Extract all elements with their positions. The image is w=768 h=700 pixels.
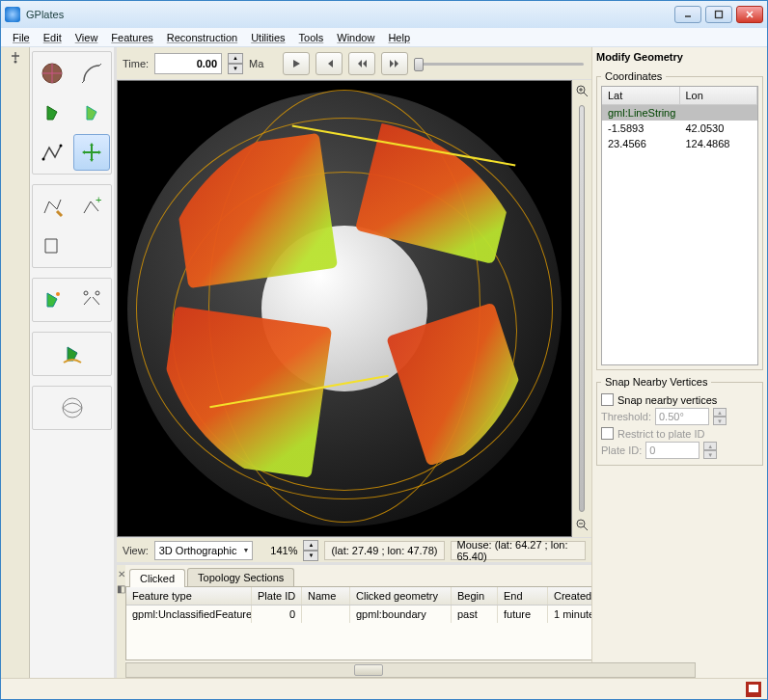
zoom-spinner[interactable]: ▲▼ <box>303 540 318 561</box>
zoom-out-button[interactable] <box>575 518 589 533</box>
pin-icon[interactable] <box>9 51 22 65</box>
threshold-input <box>655 408 709 425</box>
time-slider[interactable] <box>414 55 586 72</box>
projection-select[interactable]: 3D Orthographic <box>154 541 254 560</box>
modify-geometry-panel: Modify Geometry Coordinates Lat Lon gml:… <box>591 47 767 678</box>
coord-row[interactable]: 23.4566 124.4868 <box>602 136 757 151</box>
col-clicked-geom[interactable]: Clicked geometry <box>350 587 452 605</box>
step-forward-button[interactable] <box>381 52 408 75</box>
time-label: Time: <box>123 58 149 69</box>
tool-select-feature[interactable] <box>34 94 70 131</box>
view-label: View: <box>123 545 149 556</box>
play-button[interactable] <box>283 52 310 75</box>
col-plate-id[interactable]: Plate ID <box>252 587 302 605</box>
snap-checkbox[interactable] <box>601 393 614 406</box>
time-spinner[interactable]: ▲▼ <box>228 53 243 74</box>
app-window: GPlates File Edit View Features Reconstr… <box>0 0 768 700</box>
view-statusbar: View: 3D Orthographic 141% ▲▼ (lat: 27.4… <box>117 537 591 562</box>
svg-point-9 <box>96 291 99 295</box>
coordinates-legend: Coordinates <box>601 70 666 82</box>
col-name[interactable]: Name <box>302 587 350 605</box>
menu-window[interactable]: Window <box>331 30 380 45</box>
plateid-label: Plate ID: <box>601 444 642 456</box>
tool-select-feature-alt[interactable] <box>73 94 110 131</box>
threshold-label: Threshold: <box>601 411 651 422</box>
left-rail <box>1 47 30 678</box>
globe-canvas[interactable] <box>117 80 572 537</box>
panel-title: Modify Geometry <box>596 51 763 63</box>
footer <box>1 678 767 699</box>
coordinates-fieldset: Coordinates Lat Lon gml:LineString -1.58… <box>596 70 763 370</box>
position-readout: (lat: 27.49 ; lon: 47.78) <box>324 541 444 560</box>
feature-dock: ✕ ◧ Clicked Topology Sections Feature ty… <box>117 562 591 678</box>
col-feature-type[interactable]: Feature type <box>126 587 252 605</box>
svg-text:+: + <box>96 194 101 205</box>
menu-tools[interactable]: Tools <box>293 30 330 45</box>
menu-edit[interactable]: Edit <box>38 30 68 45</box>
menu-features[interactable]: Features <box>105 30 158 45</box>
tool-delete-vertex[interactable] <box>34 228 70 264</box>
menubar: File Edit View Features Reconstruction U… <box>1 28 767 47</box>
zoom-value: 141% <box>259 545 297 556</box>
tool-insert-vertex[interactable]: + <box>73 188 110 225</box>
unsaved-changes-icon[interactable] <box>746 682 761 697</box>
tool-edit-geometry[interactable] <box>34 188 70 225</box>
zoom-in-button[interactable] <box>575 84 589 99</box>
menu-view[interactable]: View <box>69 30 104 45</box>
coordinates-table[interactable]: Lat Lon gml:LineString -1.5893 42.0530 2… <box>601 86 758 365</box>
col-end[interactable]: End <box>498 587 548 605</box>
tool-split-feature[interactable] <box>73 282 110 318</box>
tool-measure[interactable] <box>73 55 110 92</box>
app-icon <box>5 7 20 22</box>
restrict-checkbox <box>601 427 614 440</box>
rewind-start-button[interactable] <box>315 52 343 75</box>
time-toolbar: Time: ▲▼ Ma <box>117 47 591 80</box>
svg-point-4 <box>42 158 45 161</box>
time-unit: Ma <box>249 58 263 69</box>
zoom-slider[interactable] <box>579 105 585 512</box>
time-input[interactable] <box>154 53 222 74</box>
close-button[interactable] <box>736 6 763 23</box>
snap-label: Snap nearby vertices <box>617 394 717 406</box>
canvas-zoom-bar <box>572 80 591 537</box>
menu-reconstruction[interactable]: Reconstruction <box>161 30 243 45</box>
tool-move-vertex[interactable] <box>73 134 110 171</box>
threshold-spinner: ▲▼ <box>713 408 727 425</box>
menu-utilities[interactable]: Utilities <box>245 30 290 45</box>
snap-fieldset: Snap Nearby Vertices Snap nearby vertice… <box>596 376 763 466</box>
svg-point-10 <box>63 398 82 417</box>
svg-rect-1 <box>716 12 723 18</box>
dock-close-icon[interactable]: ✕ <box>118 569 125 579</box>
col-begin[interactable]: Begin <box>452 587 498 605</box>
restrict-label: Restrict to plate ID <box>617 428 704 440</box>
dock-pin-icon[interactable]: ◧ <box>117 583 125 594</box>
plateid-spinner: ▲▼ <box>703 442 717 459</box>
col-lat[interactable]: Lat <box>602 87 680 104</box>
snap-legend: Snap Nearby Vertices <box>601 376 711 388</box>
geom-type-row[interactable]: gml:LineString <box>602 105 757 121</box>
mouse-readout: Mouse: (lat: 64.27 ; lon: 65.40) <box>451 541 587 560</box>
svg-point-7 <box>56 292 60 296</box>
tab-clicked[interactable]: Clicked <box>129 569 185 587</box>
tool-drag-globe[interactable] <box>34 55 70 92</box>
step-back-button[interactable] <box>348 52 375 75</box>
svg-point-2 <box>14 61 16 64</box>
svg-point-8 <box>84 291 88 295</box>
tool-digitise-polyline[interactable] <box>34 134 70 171</box>
toolbox: + <box>30 47 117 678</box>
menu-help[interactable]: Help <box>382 30 416 45</box>
col-lon[interactable]: Lon <box>680 87 758 104</box>
tool-pole-globe[interactable] <box>54 390 91 426</box>
menu-file[interactable]: File <box>7 30 36 45</box>
tab-topology-sections[interactable]: Topology Sections <box>187 568 294 586</box>
plateid-input <box>645 442 699 459</box>
tool-manipulate-pole[interactable] <box>34 282 70 318</box>
window-title: GPlates <box>26 9 674 20</box>
tool-build-topology[interactable] <box>54 336 91 372</box>
coord-row[interactable]: -1.5893 42.0530 <box>602 121 757 136</box>
titlebar[interactable]: GPlates <box>1 1 767 28</box>
horizontal-scrollbar[interactable] <box>125 662 696 678</box>
minimize-button[interactable] <box>674 6 701 23</box>
maximize-button[interactable] <box>705 6 732 23</box>
svg-point-5 <box>60 145 63 148</box>
